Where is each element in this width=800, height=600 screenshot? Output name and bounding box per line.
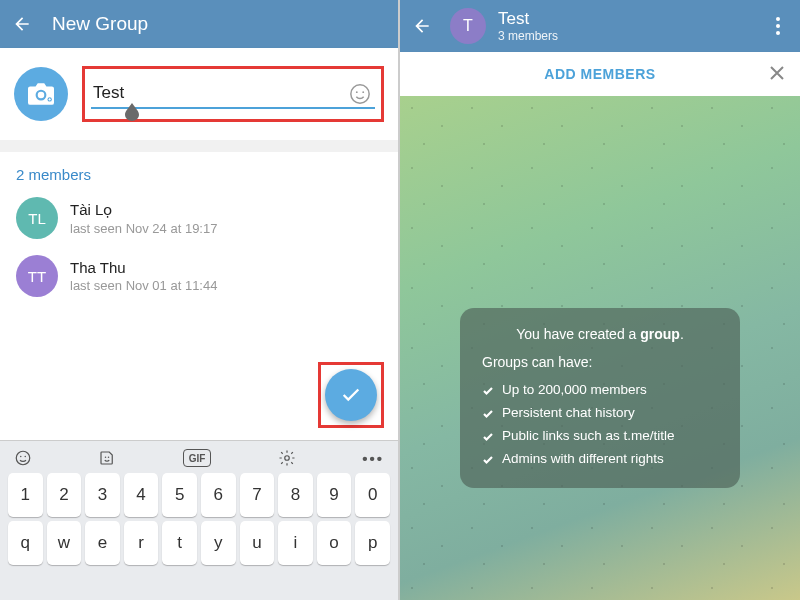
key-6[interactable]: 6 xyxy=(201,473,236,517)
kb-emoji-icon[interactable] xyxy=(14,449,32,467)
kb-sticker-icon[interactable] xyxy=(98,449,116,467)
member-row[interactable]: TL Tài Lọ last seen Nov 24 at 19:17 xyxy=(0,189,398,247)
svg-point-11 xyxy=(776,24,780,28)
key-3[interactable]: 3 xyxy=(85,473,120,517)
back-arrow-icon[interactable] xyxy=(10,12,34,36)
svg-point-4 xyxy=(16,451,30,465)
svg-point-12 xyxy=(776,31,780,35)
member-status: last seen Nov 24 at 19:17 xyxy=(70,221,217,236)
key-o[interactable]: o xyxy=(317,521,352,565)
key-4[interactable]: 4 xyxy=(124,473,159,517)
bubble-feature-item: Public links such as t.me/title xyxy=(482,424,718,447)
bubble-headline: You have created a group. xyxy=(482,326,718,342)
key-y[interactable]: y xyxy=(201,521,236,565)
key-w[interactable]: w xyxy=(47,521,82,565)
back-arrow-icon[interactable] xyxy=(410,14,434,38)
key-i[interactable]: i xyxy=(278,521,313,565)
svg-point-6 xyxy=(25,456,27,458)
keyboard-toolbar: GIF ••• xyxy=(4,445,394,473)
key-t[interactable]: t xyxy=(162,521,197,565)
keyboard-letter-row: qwertyuiop xyxy=(4,521,394,569)
add-members-bar: ADD MEMBERS xyxy=(400,52,800,96)
members-count-label: 2 members xyxy=(0,152,398,189)
key-9[interactable]: 9 xyxy=(317,473,352,517)
close-icon[interactable] xyxy=(768,64,786,86)
svg-point-3 xyxy=(362,91,364,93)
text-cursor-handle-icon[interactable] xyxy=(125,103,139,121)
group-setup-section xyxy=(0,48,398,140)
key-2[interactable]: 2 xyxy=(47,473,82,517)
svg-point-8 xyxy=(108,457,110,459)
group-name-highlight xyxy=(82,66,384,122)
key-8[interactable]: 8 xyxy=(278,473,313,517)
key-0[interactable]: 0 xyxy=(355,473,390,517)
key-p[interactable]: p xyxy=(355,521,390,565)
more-options-icon[interactable] xyxy=(766,14,790,38)
chat-header: T Test 3 members xyxy=(400,0,800,52)
bubble-feature-item: Admins with different rights xyxy=(482,447,718,470)
add-photo-button[interactable] xyxy=(14,67,68,121)
svg-point-5 xyxy=(20,456,22,458)
chat-background: You have created a group. Groups can hav… xyxy=(400,96,800,600)
key-u[interactable]: u xyxy=(240,521,275,565)
keyboard: GIF ••• 1234567890 qwertyuiop xyxy=(0,440,398,600)
member-info: Tha Thu last seen Nov 01 at 11:44 xyxy=(70,259,217,293)
svg-point-9 xyxy=(285,456,290,461)
header-title: New Group xyxy=(52,13,148,35)
kb-more-icon[interactable]: ••• xyxy=(362,449,384,467)
confirm-button[interactable] xyxy=(325,369,377,421)
confirm-fab-highlight xyxy=(318,362,384,428)
divider xyxy=(0,140,398,152)
key-e[interactable]: e xyxy=(85,521,120,565)
member-status: last seen Nov 01 at 11:44 xyxy=(70,278,217,293)
group-avatar[interactable]: T xyxy=(450,8,486,44)
key-7[interactable]: 7 xyxy=(240,473,275,517)
bubble-subhead: Groups can have: xyxy=(482,354,718,370)
member-avatar: TT xyxy=(16,255,58,297)
svg-point-1 xyxy=(351,85,369,103)
chat-title: Test xyxy=(498,9,766,29)
member-row[interactable]: TT Tha Thu last seen Nov 01 at 11:44 xyxy=(0,247,398,305)
svg-point-10 xyxy=(776,17,780,21)
new-group-screen: New Group 2 members TL Tài Lọ last seen … xyxy=(0,0,400,600)
key-1[interactable]: 1 xyxy=(8,473,43,517)
group-chat-screen: T Test 3 members ADD MEMBERS You have cr… xyxy=(400,0,800,600)
member-name: Tài Lọ xyxy=(70,201,217,219)
member-name: Tha Thu xyxy=(70,259,217,276)
header: New Group xyxy=(0,0,398,48)
keyboard-number-row: 1234567890 xyxy=(4,473,394,521)
key-r[interactable]: r xyxy=(124,521,159,565)
key-q[interactable]: q xyxy=(8,521,43,565)
kb-settings-icon[interactable] xyxy=(278,449,296,467)
bubble-feature-item: Up to 200,000 members xyxy=(482,378,718,401)
member-info: Tài Lọ last seen Nov 24 at 19:17 xyxy=(70,201,217,236)
key-5[interactable]: 5 xyxy=(162,473,197,517)
svg-point-7 xyxy=(105,457,107,459)
chat-header-text[interactable]: Test 3 members xyxy=(498,9,766,43)
bubble-feature-item: Persistent chat history xyxy=(482,401,718,424)
member-avatar: TL xyxy=(16,197,58,239)
members-list: TL Tài Lọ last seen Nov 24 at 19:17 TT T… xyxy=(0,189,398,305)
emoji-icon[interactable] xyxy=(349,83,371,105)
chat-subtitle: 3 members xyxy=(498,29,766,43)
bubble-feature-list: Up to 200,000 membersPersistent chat his… xyxy=(482,378,718,470)
kb-gif-button[interactable]: GIF xyxy=(183,449,212,467)
group-created-bubble: You have created a group. Groups can hav… xyxy=(460,308,740,488)
svg-point-2 xyxy=(356,91,358,93)
add-members-button[interactable]: ADD MEMBERS xyxy=(544,66,655,82)
